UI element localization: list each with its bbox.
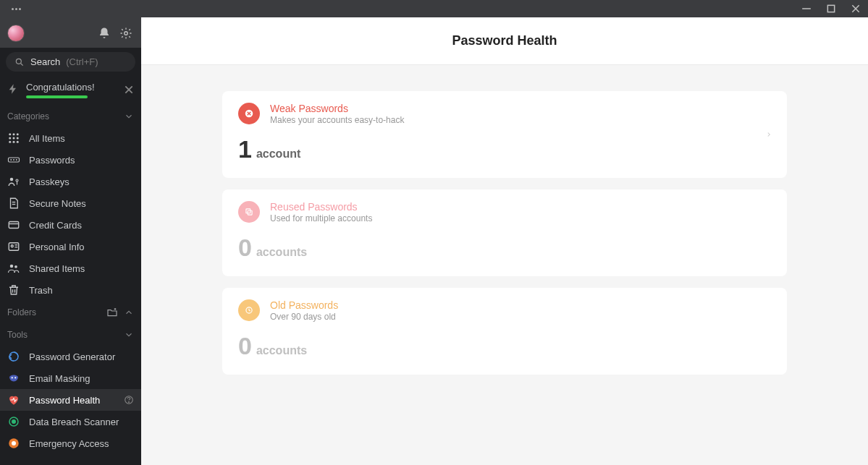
svg-point-30 <box>11 245 13 247</box>
sidebar-item-label: All Items <box>29 133 134 144</box>
categories-label: Categories <box>7 111 49 121</box>
svg-point-17 <box>17 141 19 143</box>
tools-header[interactable]: Tools <box>0 324 141 346</box>
card-icon <box>7 218 20 231</box>
svg-point-16 <box>13 141 15 143</box>
breach-icon <box>7 415 20 428</box>
card-title: Reused Passwords <box>270 201 771 213</box>
sidebar-item-email-masking[interactable]: Email Masking <box>0 367 141 389</box>
card-subtitle: Makes your accounts easy-to-hack <box>270 115 771 125</box>
mask-icon <box>7 372 20 385</box>
svg-rect-29 <box>9 243 19 251</box>
sidebar-item-label: Password Generator <box>29 351 134 362</box>
gear-icon[interactable] <box>119 27 132 40</box>
tools-label: Tools <box>7 330 28 340</box>
svg-point-11 <box>17 133 19 135</box>
svg-point-40 <box>12 377 13 378</box>
sidebar-item-data-breach-scanner[interactable]: Data Breach Scanner <box>0 411 141 432</box>
svg-point-9 <box>9 133 11 135</box>
sidebar-item-label: Data Breach Scanner <box>29 417 134 427</box>
svg-point-21 <box>16 159 17 161</box>
weak-icon <box>238 103 260 124</box>
sidebar-item-shared-items[interactable]: Shared Items <box>0 257 141 279</box>
sidebar-item-personal-info[interactable]: Personal Info <box>0 236 141 257</box>
svg-point-15 <box>9 141 11 143</box>
chevron-down-icon <box>124 330 134 340</box>
sidebar-item-credit-cards[interactable]: Credit Cards <box>0 214 141 236</box>
banner-close[interactable] <box>124 85 134 95</box>
emergency-icon <box>7 437 20 450</box>
sidebar-item-all-items[interactable]: All Items <box>0 127 141 149</box>
sidebar-item-label: Passkeys <box>29 176 134 187</box>
add-folder-icon[interactable] <box>106 307 118 318</box>
old-passwords-card: Old Passwords Over 90 days old 0 account… <box>222 288 787 375</box>
sidebar-item-label: Secure Notes <box>29 198 134 209</box>
svg-point-45 <box>12 420 16 424</box>
avatar[interactable] <box>7 25 25 42</box>
svg-point-41 <box>14 377 16 378</box>
folders-label: Folders <box>7 307 36 317</box>
search-icon <box>14 57 25 67</box>
trash-icon <box>7 283 20 297</box>
sidebar-item-label: Trash <box>29 285 134 296</box>
card-unit: account <box>256 148 300 161</box>
sidebar-item-label: Email Masking <box>29 373 134 384</box>
sidebar-item-secure-notes[interactable]: Secure Notes <box>0 192 141 214</box>
folders-header[interactable]: Folders <box>0 301 141 324</box>
health-icon <box>7 393 20 406</box>
card-count: 0 <box>238 234 252 262</box>
titlebar <box>0 0 868 17</box>
window-minimize[interactable] <box>801 4 812 14</box>
svg-point-4 <box>125 32 128 35</box>
sidebar-item-emergency-access[interactable]: Emergency Access <box>0 432 141 454</box>
sidebar-item-password-generator[interactable]: Password Generator <box>0 346 141 367</box>
svg-point-20 <box>13 159 14 161</box>
sidebar: Search (Ctrl+F) Congratulations! Categor… <box>0 17 141 465</box>
card-subtitle: Used for multiple accounts <box>270 213 771 223</box>
dots-icon <box>7 153 20 166</box>
banner-progress <box>26 95 88 98</box>
sidebar-item-label: Password Health <box>29 395 115 406</box>
svg-point-10 <box>13 133 15 135</box>
svg-point-23 <box>16 179 18 182</box>
help-icon[interactable] <box>124 395 134 405</box>
svg-point-19 <box>10 159 12 161</box>
sidebar-item-passkeys[interactable]: Passkeys <box>0 171 141 192</box>
generator-icon <box>7 350 20 363</box>
bell-icon[interactable] <box>98 27 111 40</box>
people-icon <box>7 262 20 275</box>
menu-dots[interactable] <box>7 8 21 10</box>
chevron-down-icon <box>124 111 134 121</box>
reused-icon <box>238 201 260 223</box>
id-icon <box>7 240 20 253</box>
categories-header[interactable]: Categories <box>0 106 141 127</box>
search-hint: (Ctrl+F) <box>66 56 98 67</box>
sidebar-item-trash[interactable]: Trash <box>0 279 141 301</box>
grid-icon <box>7 132 20 145</box>
svg-point-47 <box>12 441 16 445</box>
search-input[interactable]: Search (Ctrl+F) <box>6 52 135 72</box>
banner-title: Congratulations! <box>26 82 117 93</box>
svg-point-33 <box>10 265 14 268</box>
svg-rect-1 <box>827 5 834 12</box>
search-label: Search <box>30 56 60 67</box>
page-title: Password Health <box>141 33 868 48</box>
note-icon <box>7 197 20 210</box>
tools-list: Password Generator Email Masking Passwor… <box>0 346 141 454</box>
card-count: 1 <box>238 135 252 163</box>
sidebar-item-label: Credit Cards <box>29 220 134 231</box>
sidebar-item-passwords[interactable]: Passwords <box>0 149 141 171</box>
card-title: Weak Passwords <box>270 103 771 114</box>
window-close[interactable] <box>851 4 861 14</box>
sidebar-item-label: Shared Items <box>29 263 134 274</box>
content: Password Health Weak Passwords Makes you… <box>141 17 868 465</box>
sidebar-item-label: Emergency Access <box>29 438 134 449</box>
passkey-icon <box>7 175 20 188</box>
svg-point-5 <box>16 59 21 64</box>
sidebar-item-password-health[interactable]: Password Health <box>0 389 141 411</box>
svg-line-6 <box>21 63 23 65</box>
window-maximize[interactable] <box>826 4 836 14</box>
sidebar-item-label: Passwords <box>29 155 134 166</box>
content-header: Password Health <box>141 17 868 65</box>
weak-passwords-card[interactable]: Weak Passwords Makes your accounts easy-… <box>222 91 787 178</box>
